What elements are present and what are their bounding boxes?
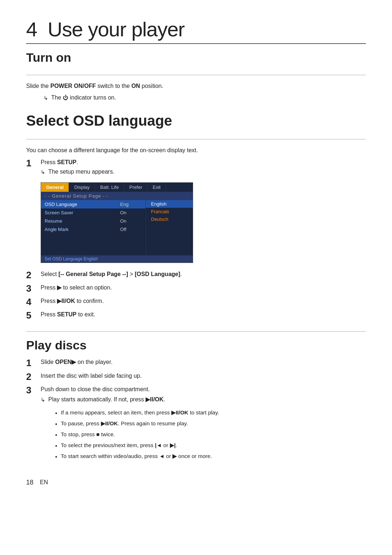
- osd-row-osd-language: OSD Language Eng: [41, 200, 146, 208]
- step1-arrow-text: The setup menu appears.: [48, 167, 114, 176]
- on-bold: ON: [131, 83, 140, 89]
- osd-value-resume: On: [120, 218, 142, 224]
- page-footer: 18 EN: [26, 479, 366, 486]
- osd-step-1-content: Press SETUP. ↳ The setup menu appears.: [41, 158, 366, 179]
- osd-step-2-content: Select [-- General Setup Page --] > [OSD…: [41, 270, 366, 279]
- play-step-3-content: Push down to close the disc compartment.…: [41, 385, 366, 406]
- osd-row-empty3: [41, 248, 146, 255]
- bullet2-bold: ▶II/OK: [101, 420, 118, 426]
- power-icon: ⏻: [63, 94, 68, 101]
- osd-tabs: General Display Batt. Life Prefer Exit: [41, 183, 193, 192]
- play-discs-steps: 1 Slide OPEN▶ on the player. 2 Insert th…: [26, 357, 366, 406]
- turn-on-arrow: ↳ The ⏻ indicator turns on.: [44, 93, 366, 102]
- turn-on-arrow-text: The ⏻ indicator turns on.: [51, 93, 116, 102]
- osd-option-deutsch: Deutsch: [146, 215, 193, 223]
- osd-label-screensaver: Screen Saver: [45, 210, 120, 215]
- step1-arrow: ↳ The setup menu appears.: [41, 167, 366, 177]
- osd-step-4: 4 Press ▶II/OK to confirm.: [26, 296, 366, 308]
- osd-step-2: 2 Select [-- General Setup Page --] > [O…: [26, 270, 366, 281]
- play-step-num-3: 3: [26, 385, 41, 396]
- osd-row-empty2: [41, 241, 146, 248]
- osd-row-empty1: [41, 234, 146, 241]
- osd-label-resume: Resume: [45, 218, 120, 224]
- osd-left-panel: OSD Language Eng Screen Saver On Resume …: [41, 200, 146, 255]
- osd-label-anglemark: Angle Mark: [45, 227, 120, 232]
- divider-top: [26, 43, 366, 44]
- play-step-1: 1 Slide OPEN▶ on the player.: [26, 357, 366, 369]
- turn-on-divider: [26, 75, 366, 75]
- osd-step-4-content: Press ▶II/OK to confirm.: [41, 296, 366, 306]
- osd-step-3-content: Press ▶ to select an option.: [41, 283, 366, 292]
- osd-right-panel: English Francais Deutsch: [146, 200, 193, 255]
- step-num-1: 1: [26, 158, 41, 169]
- chapter-title-text: Use your player: [48, 18, 184, 41]
- osd-tab-battlife: Batt. Life: [95, 183, 124, 192]
- chapter-number: 4: [26, 18, 37, 41]
- open-bold: OPEN▶: [55, 359, 76, 365]
- play-bullet-3: • To stop, press ■ twice.: [55, 430, 366, 439]
- play-bullet-5-text: To start search within video/audio, pres…: [61, 452, 212, 461]
- play-bullet-5: • To start search within video/audio, pr…: [55, 452, 366, 461]
- step3-symbol: ▶: [57, 284, 61, 291]
- osd-option-english: English: [146, 200, 193, 208]
- osd-tab-display: Display: [69, 183, 95, 192]
- bullet4-bold2: ▶|: [170, 442, 176, 448]
- play-bullet-3-text: To stop, press ■ twice.: [61, 430, 115, 439]
- bullet-sym-5: •: [55, 453, 57, 461]
- osd-row-resume: Resume On: [41, 217, 146, 225]
- osd-value-screensaver: On: [120, 210, 142, 215]
- chapter-title: 4 Use your player: [26, 17, 366, 41]
- play-step-1-content: Slide OPEN▶ on the player.: [41, 357, 366, 367]
- osd-row-anglemark: Angle Mark Off: [41, 225, 146, 234]
- play-step3-arrow: ↳ Play starts automatically. If not, pre…: [41, 395, 366, 404]
- osd-option-francais: Francais: [146, 208, 193, 215]
- step2-bold2: [OSD Language]: [135, 271, 180, 277]
- play-ok-bold: ▶II/OK: [146, 396, 163, 402]
- play-step-2: 2 Insert the disc with label side facing…: [26, 371, 366, 382]
- arrow-icon-1: ↳: [41, 168, 45, 177]
- play-bullet-4: • To select the previous/next item, pres…: [55, 441, 366, 450]
- osd-intro: You can choose a different language for …: [26, 146, 366, 155]
- bullet5-bold1: ◄: [159, 453, 165, 459]
- osd-row-screensaver: Screen Saver On: [41, 208, 146, 217]
- play-discs-section: Play discs 1 Slide OPEN▶ on the player. …: [26, 338, 366, 461]
- play-step3-arrow-text: Play starts automatically. If not, press…: [48, 395, 165, 404]
- osd-tab-prefer: Prefer: [124, 183, 147, 192]
- step5-setup-bold: SETUP: [57, 311, 76, 317]
- play-step-3: 3 Push down to close the disc compartmen…: [26, 385, 366, 406]
- osd-label-osd-language: OSD Language: [45, 202, 120, 207]
- play-bullet-1-text: If a menu appears, select an item, then …: [61, 409, 219, 417]
- play-bullets: • If a menu appears, select an item, the…: [55, 409, 366, 461]
- step2-bold1: [-- General Setup Page --]: [58, 271, 128, 277]
- osd-tab-exit: Exit: [148, 183, 166, 192]
- play-bullet-2: • To pause, press ▶II/OK. Press again to…: [55, 420, 366, 429]
- play-discs-divider: [26, 331, 366, 332]
- osd-value-osd-language: Eng: [120, 202, 142, 207]
- page-language: EN: [40, 479, 48, 486]
- play-bullet-4-text: To select the previous/next item, press …: [61, 441, 177, 450]
- bullet-sym-4: •: [55, 442, 57, 450]
- turn-on-heading: Turn on: [26, 50, 366, 65]
- bullet4-bold: |◄: [155, 442, 162, 448]
- osd-step-3: 3 Press ▶ to select an option.: [26, 283, 366, 294]
- turn-on-body: Slide the POWER ON/OFF switch to the ON …: [26, 82, 366, 90]
- play-bullet-1: • If a menu appears, select an item, the…: [55, 409, 366, 418]
- select-osd-section: Select OSD language You can choose a dif…: [26, 113, 366, 321]
- step-num-4: 4: [26, 296, 41, 308]
- play-bullet-2-text: To pause, press ▶II/OK. Press again to r…: [61, 420, 188, 428]
- step4-symbol: ▶II/OK: [57, 298, 75, 304]
- bullet-sym-3: •: [55, 431, 57, 439]
- play-step-num-2: 2: [26, 371, 41, 382]
- power-bold: POWER ON/OFF: [50, 83, 96, 89]
- osd-value-anglemark: Off: [120, 227, 142, 232]
- osd-step-1: 1 Press SETUP. ↳ The setup menu appears.: [26, 158, 366, 179]
- osd-steps: 1 Press SETUP. ↳ The setup menu appears.: [26, 158, 366, 179]
- osd-step-5-content: Press SETUP to exit.: [41, 310, 366, 319]
- play-step-2-content: Insert the disc with label side facing u…: [41, 371, 366, 381]
- osd-footer: Set OSD Language English: [41, 255, 193, 263]
- bullet5-bold2: ▶: [172, 453, 177, 459]
- step-num-2: 2: [26, 270, 41, 281]
- osd-right-empty: [146, 223, 193, 245]
- setup-bold-1: SETUP: [57, 159, 76, 165]
- osd-tab-general: General: [41, 183, 69, 192]
